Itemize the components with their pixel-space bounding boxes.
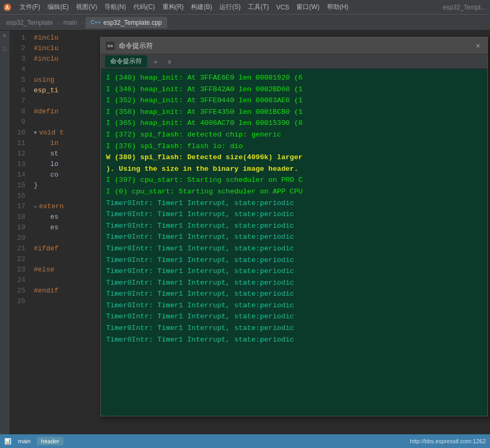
terminal-line: Timer0Intr: Timer1 Interrupt, state:peri… — [106, 300, 482, 311]
terminal-line: I (358) heap_init: At 3FFE4350 len 0001B… — [106, 106, 482, 118]
terminal-close-button[interactable]: × — [474, 42, 482, 50]
status-header-label: header — [37, 437, 63, 445]
terminal-line: Timer0Intr: Timer1 Interrupt, state:peri… — [106, 198, 482, 209]
terminal-line: I (372) spi_flash: detected chip: generi… — [106, 129, 482, 141]
sidebar-icons: ≡ □ — [0, 31, 9, 434]
terminal-line: I (376) spi_flash: flash io: dio — [106, 141, 482, 152]
terminal-line: Timer0Intr: Timer1 Interrupt, state:peri… — [106, 323, 482, 334]
terminal-line: Timer0Intr: Timer1 Interrupt, state:peri… — [106, 255, 482, 266]
terminal-line: Timer0Intr: Timer1 Interrupt, state:peri… — [106, 231, 482, 243]
tabs-bar: esp32_Template › main › C++ esp32_Templa… — [0, 15, 490, 31]
terminal-line: ). Using the size in the binary image he… — [106, 163, 482, 175]
terminal-line: Timer0Intr: Timer1 Interrupt, state:peri… — [106, 209, 482, 220]
svg-text:A: A — [5, 5, 9, 11]
sidebar-icon-bookmark: ≡ — [3, 33, 6, 38]
terminal-line: Timer0Intr: Timer1 Interrupt, state:peri… — [106, 243, 482, 255]
menu-run[interactable]: 运行(S) — [216, 2, 244, 13]
active-tab[interactable]: C++ esp32_Template.cpp — [85, 17, 167, 28]
menu-navigate[interactable]: 导航(N) — [101, 2, 130, 13]
terminal-line: Timer0Intr: Timer1 Interrupt, state:peri… — [106, 288, 482, 300]
menu-code[interactable]: 代码(C) — [130, 2, 159, 13]
terminal-tabs-bar: 命令提示符 + ∨ — [101, 54, 487, 69]
line-numbers: 1 2 3 4 5 6 7 8 9 10 11 12 13 14 15 16 1… — [9, 31, 30, 434]
terminal-line: Timer0Intr: Timer1 Interrupt, state:peri… — [106, 334, 482, 346]
terminal-line: Timer0Intr: Timer1 Interrupt, state:peri… — [106, 220, 482, 232]
menu-vcs[interactable]: VCS — [273, 3, 293, 12]
terminal-titlebar[interactable]: ■■ 命令提示符 × — [101, 37, 487, 54]
window-title: esp32_Templ... — [443, 4, 486, 11]
breadcrumb-project[interactable]: esp32_Template — [4, 18, 55, 27]
terminal-line: I (352) heap_init: At 3FFE0440 len 00003… — [106, 95, 482, 106]
menu-view[interactable]: 视图(V) — [72, 2, 101, 13]
sidebar-icon-file: □ — [3, 46, 6, 52]
terminal-line: Timer0Intr: Timer1 Interrupt, state:peri… — [106, 277, 482, 289]
terminal-icon: ■■ — [106, 42, 114, 50]
status-icon-graph: 📊 — [4, 438, 12, 445]
menu-window[interactable]: 窗口(W) — [293, 2, 323, 13]
menu-refactor[interactable]: 重构(R) — [159, 2, 188, 13]
terminal-line: I (346) heap_init: At 3FFB42A0 len 0002B… — [106, 84, 482, 95]
terminal-line: I (0) cpu_start: Starting scheduler on A… — [106, 186, 482, 198]
terminal-output: I (340) heap_init: At 3FFAE6E0 len 00001… — [101, 69, 487, 416]
terminal-line: W (380) spi_flash: Detected size(4096k) … — [106, 152, 482, 163]
terminal-title: 命令提示符 — [119, 41, 474, 51]
menu-edit[interactable]: 编辑(E) — [44, 2, 72, 13]
terminal-line: I (340) heap_init: At 3FFAE6E0 len 00001… — [106, 72, 482, 84]
terminal-line: I (397) cpu_start: Starting scheduler on… — [106, 174, 482, 186]
status-bar: 📊 main header http://bbs.espressif.com:1… — [0, 434, 490, 448]
cpp-file-icon: C++ — [91, 20, 101, 25]
terminal-line: Timer0Intr: Timer1 Interrupt, state:peri… — [106, 311, 482, 323]
terminal-tab-cmd[interactable]: 命令提示符 — [105, 55, 147, 67]
menu-tools[interactable]: 工具(T) — [244, 2, 272, 13]
menu-help[interactable]: 帮助(H) — [323, 2, 352, 13]
menu-bar: A 文件(F) 编辑(E) 视图(V) 导航(N) 代码(C) 重构(R) 构建… — [0, 0, 490, 15]
status-right: http://bbs.espressif.com:1262 — [410, 438, 486, 444]
status-branch: main — [18, 438, 31, 444]
breadcrumb-main[interactable]: main — [61, 18, 79, 27]
terminal-line: I (365) heap_init: At 4008AC70 len 00015… — [106, 118, 482, 129]
app-logo: A — [2, 2, 13, 13]
terminal-line: Timer0Intr: Timer1 Interrupt, state:peri… — [106, 266, 482, 277]
status-left: 📊 main header — [4, 437, 63, 445]
terminal-more-tabs-button[interactable]: ∨ — [164, 57, 175, 66]
status-url: http://bbs.espressif.com:1262 — [410, 438, 486, 444]
terminal-add-tab-button[interactable]: + — [149, 56, 162, 67]
menu-build[interactable]: 构建(B) — [187, 2, 216, 13]
menu-file[interactable]: 文件(F) — [16, 2, 44, 13]
terminal-window: ■■ 命令提示符 × 命令提示符 + ∨ I (340) heap_init: … — [100, 37, 488, 416]
